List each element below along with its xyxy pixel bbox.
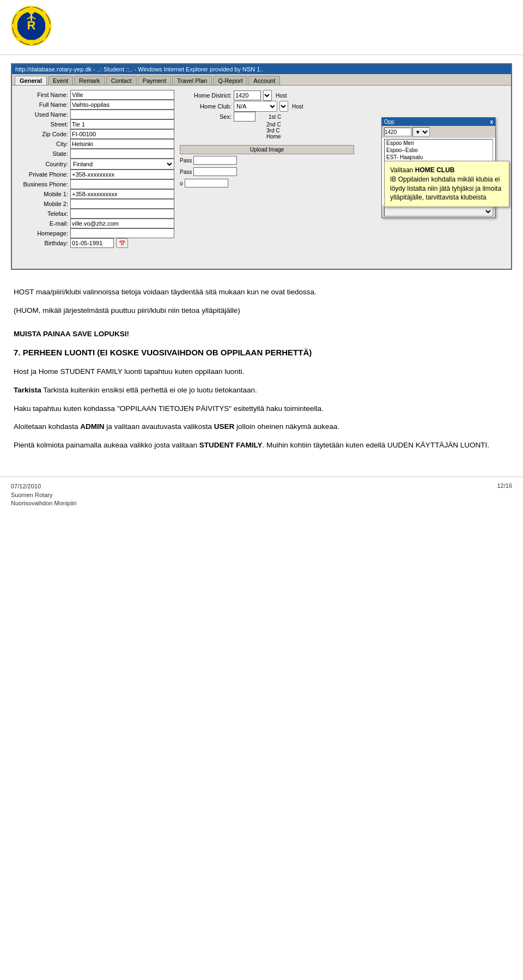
field-private-phone: Private Phone: bbox=[16, 170, 174, 179]
page-header: R bbox=[0, 0, 523, 55]
label-homepage: Homepage: bbox=[16, 230, 68, 237]
input-private-phone[interactable] bbox=[70, 170, 174, 179]
field-birthday: Birthday: 📅 bbox=[16, 238, 174, 248]
input-zip[interactable] bbox=[70, 129, 174, 139]
field-first-name: First Name: bbox=[16, 90, 174, 100]
tab-event[interactable]: Event bbox=[48, 76, 73, 85]
label-sex: Sex: bbox=[180, 113, 232, 120]
browser-title: http://database.rotary-yep.dk - ..: Stud… bbox=[15, 66, 264, 72]
tab-remark[interactable]: Remark bbox=[74, 76, 105, 85]
label-zip: Zip Code: bbox=[16, 131, 68, 137]
pass-input-3[interactable] bbox=[185, 179, 228, 187]
input-mobile2[interactable] bbox=[70, 199, 174, 209]
label-private-phone: Private Phone: bbox=[16, 171, 68, 178]
field-home-district: Home District: ▼ Host bbox=[180, 90, 354, 101]
aloitetaan-text: Aloitetaan kohdasta ADMIN ja valitaan av… bbox=[14, 421, 509, 433]
dropdown-district-input[interactable] bbox=[384, 128, 411, 136]
svg-rect-5 bbox=[12, 24, 17, 28]
pass-row-2: Pass bbox=[180, 167, 354, 176]
host-label-home: Home bbox=[266, 134, 281, 140]
label-street: Street: bbox=[16, 121, 68, 128]
pass-label-3: o bbox=[180, 180, 183, 186]
input-full-name[interactable] bbox=[70, 100, 174, 110]
input-telefax[interactable] bbox=[70, 209, 174, 219]
input-home-district[interactable] bbox=[234, 90, 261, 100]
page-footer: 07/12/2010 Suomen Rotary Nuorisovaihdon … bbox=[0, 476, 523, 513]
field-telefax: Telefax: bbox=[16, 209, 174, 219]
field-homepage: Homepage: bbox=[16, 228, 174, 238]
tab-contact[interactable]: Contact bbox=[106, 76, 137, 85]
tab-general[interactable]: General bbox=[15, 76, 47, 85]
input-sex[interactable] bbox=[234, 112, 256, 122]
svg-point-12 bbox=[28, 8, 35, 14]
tarkista-text: Tarkista Tarkista kuitenkin ensiksi että… bbox=[14, 384, 509, 396]
pienta-text: Pientä kolmiota painamalla aukeaa valikk… bbox=[14, 439, 509, 451]
dropdown-district-arrow[interactable]: ▼ bbox=[412, 127, 430, 137]
admin-bold: ADMIN bbox=[80, 422, 104, 431]
field-sex: Sex: 1st C bbox=[180, 112, 354, 122]
label-home-district: Home District: bbox=[180, 92, 232, 99]
tab-account[interactable]: Account bbox=[248, 76, 280, 85]
footer-org2: Nuorisovaihdon Monipiiri bbox=[11, 499, 76, 507]
form-inner: First Name: Full Name: Used Name: Street… bbox=[16, 90, 507, 264]
content-area: HOST maa/piiri/klubi valinnoissa tietoja… bbox=[0, 278, 523, 465]
pass-label-2: Pass bbox=[180, 169, 192, 175]
home-district-select[interactable]: ▼ bbox=[263, 90, 272, 101]
dropdown-item-espoo-esbo[interactable]: Espoo--Esbo bbox=[385, 147, 492, 154]
section7-title: 7. PERHEEN LUONTI (EI KOSKE VUOSIVAIHDON… bbox=[14, 346, 509, 359]
input-city[interactable] bbox=[70, 139, 174, 149]
input-first-name[interactable] bbox=[70, 90, 174, 100]
dropdown-district-row: ▼ bbox=[382, 126, 495, 138]
input-used-name[interactable] bbox=[70, 110, 174, 119]
browser-window: http://database.rotary-yep.dk - ..: Stud… bbox=[11, 63, 512, 270]
footer-left: 07/12/2010 Suomen Rotary Nuorisovaihdon … bbox=[11, 482, 76, 507]
label-used-name: Used Name: bbox=[16, 111, 68, 118]
field-used-name: Used Name: bbox=[16, 110, 174, 119]
dropdown-club-select[interactable] bbox=[384, 207, 493, 216]
dropdown-item-est-haapsalu[interactable]: EST- Haapsalu bbox=[385, 154, 492, 161]
dropdown-item-espoo-meri[interactable]: Espoo Meri bbox=[385, 140, 492, 147]
input-mobile1[interactable] bbox=[70, 189, 174, 199]
label-birthday: Birthday: bbox=[16, 240, 68, 246]
dropdown-close-btn[interactable]: x bbox=[490, 119, 493, 125]
input-state[interactable] bbox=[70, 149, 174, 159]
upload-section: Upload Image Pass Pass o bbox=[180, 144, 354, 189]
tooltip-text: Valitaan HOME CLUBIB Oppilaiden kohdalla… bbox=[390, 166, 501, 201]
footer-org1: Suomen Rotary bbox=[11, 491, 76, 499]
student-family-bold: STUDENT FAMILY bbox=[199, 441, 263, 449]
home-club-select[interactable]: N/A bbox=[234, 101, 277, 112]
dropdown-club-row bbox=[382, 205, 495, 217]
tooltip-box: Valitaan HOME CLUBIB Oppilaiden kohdalla… bbox=[384, 161, 509, 207]
field-country: Country: Finland bbox=[16, 159, 174, 170]
tab-payment[interactable]: Payment bbox=[138, 76, 171, 85]
birthday-calendar-btn[interactable]: 📅 bbox=[116, 238, 128, 248]
form-area: First Name: Full Name: Used Name: Street… bbox=[12, 86, 511, 269]
input-business-phone[interactable] bbox=[70, 179, 174, 189]
upload-image-button[interactable]: Upload Image bbox=[180, 145, 354, 154]
haku-text: Haku tapahtuu kuten kohdassa "OPPILAAN T… bbox=[14, 403, 509, 415]
para-huom: (HUOM, mikäli järjestelmästä puuttuu pii… bbox=[14, 305, 509, 340]
pass-input-1[interactable] bbox=[193, 156, 237, 165]
host-label-2nd: 2nd C bbox=[266, 122, 281, 128]
logo-area: R bbox=[11, 5, 54, 49]
field-street: Street: bbox=[16, 119, 174, 129]
tab-travel-plan[interactable]: Travel Plan bbox=[172, 76, 212, 85]
input-birthday[interactable] bbox=[70, 238, 114, 248]
dropdown-header: Opp x bbox=[382, 118, 495, 126]
tab-q-report[interactable]: Q-Report bbox=[213, 76, 247, 85]
dropdown-title: Opp bbox=[384, 119, 394, 125]
footer-page: 12/16 bbox=[497, 482, 512, 507]
pass-input-2[interactable] bbox=[193, 167, 237, 176]
input-email[interactable] bbox=[70, 219, 174, 228]
home-club-arrow[interactable]: ▼ bbox=[279, 101, 288, 112]
select-country[interactable]: Finland bbox=[70, 159, 174, 170]
input-homepage[interactable] bbox=[70, 228, 174, 238]
host-label-1: Host bbox=[276, 93, 287, 99]
field-state: State: bbox=[16, 149, 174, 159]
input-street[interactable] bbox=[70, 119, 174, 129]
right-form: Home District: ▼ Host Home Club: N/A ▼ H… bbox=[180, 90, 354, 189]
field-zip: Zip Code: bbox=[16, 129, 174, 139]
label-home-club: Home Club: bbox=[180, 103, 232, 110]
label-state: State: bbox=[16, 150, 68, 157]
label-mobile1: Mobile 1: bbox=[16, 191, 68, 197]
